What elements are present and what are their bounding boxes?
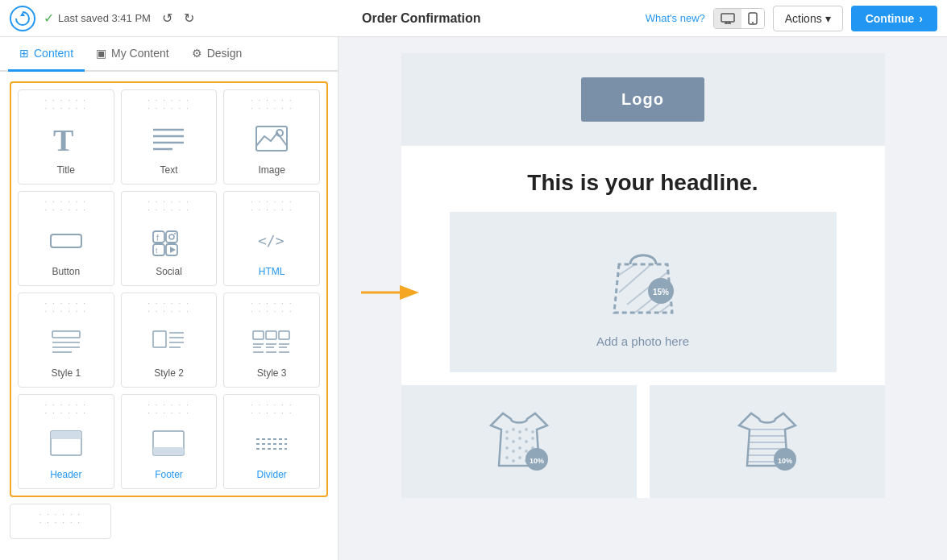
block-html[interactable]: · · · · · ·· · · · · · </> HTML xyxy=(223,191,320,286)
svg-point-68 xyxy=(505,437,509,440)
undo-redo-group: ↺ ↻ xyxy=(159,7,197,29)
svg-point-73 xyxy=(505,446,509,450)
svg-text:10%: 10% xyxy=(529,457,543,465)
html-icon: </> xyxy=(247,221,296,261)
photo-section-wrapper: 15% Add a photo here xyxy=(426,212,861,372)
svg-point-66 xyxy=(525,428,528,431)
left-panel: ⊞ Content ▣ My Content ⚙ Design · · · · … xyxy=(0,37,339,560)
block-text-label: Text xyxy=(160,164,177,176)
block-header[interactable]: · · · · · ·· · · · · · Header xyxy=(18,394,114,489)
svg-point-0 xyxy=(10,6,35,31)
tab-content-label: Content xyxy=(34,47,73,60)
style2-icon xyxy=(144,322,193,363)
drag-handle: · · · · · ·· · · · · · xyxy=(147,300,190,316)
block-style2-label: Style 2 xyxy=(154,367,184,379)
photo-label: Add a photo here xyxy=(596,334,689,348)
block-style3[interactable]: · · · · · ·· · · · · · xyxy=(223,292,320,388)
svg-point-19 xyxy=(174,233,176,234)
svg-point-64 xyxy=(512,428,515,431)
svg-rect-35 xyxy=(266,331,276,339)
drag-handle: · · · · · ·· · · · · · xyxy=(45,97,88,113)
content-grid: · · · · · ·· · · · · · T Title · · · · ·… xyxy=(0,72,338,560)
undo-button[interactable]: ↺ xyxy=(159,7,176,29)
block-style1-label: Style 1 xyxy=(51,367,81,379)
svg-text:t: t xyxy=(156,247,158,255)
grid-icon: ⊞ xyxy=(19,47,29,60)
svg-text:f: f xyxy=(156,234,159,243)
block-footer-label: Footer xyxy=(155,469,183,480)
block-divider[interactable]: · · · · · ·· · · · · · Divider xyxy=(223,394,320,489)
view-toggle xyxy=(713,8,765,29)
svg-point-6 xyxy=(752,22,754,23)
block-image-label: Image xyxy=(258,164,285,176)
block-social[interactable]: · · · · · ·· · · · · · f xyxy=(121,191,218,286)
block-divider-label: Divider xyxy=(256,469,286,480)
svg-text:15%: 15% xyxy=(652,288,668,297)
header-icon xyxy=(42,424,90,464)
actions-label: Actions xyxy=(785,12,822,25)
tab-my-content-label: My Content xyxy=(111,47,169,60)
title-icon: T xyxy=(42,119,90,160)
svg-point-71 xyxy=(525,440,528,443)
desktop-view-button[interactable] xyxy=(714,9,741,28)
svg-point-74 xyxy=(512,450,515,453)
block-image[interactable]: · · · · · ·· · · · · · Image xyxy=(223,89,320,185)
drag-handle: · · · · · ·· · · · · · xyxy=(147,97,190,113)
drag-handle: · · · · · ·· · · · · · xyxy=(45,198,88,214)
drag-handle: · · · · · ·· · · · · · xyxy=(39,511,81,527)
svg-point-80 xyxy=(518,456,521,459)
svg-point-79 xyxy=(512,459,515,463)
image-icon xyxy=(247,119,296,160)
style3-icon xyxy=(247,322,296,363)
redo-button[interactable]: ↻ xyxy=(181,7,197,29)
drag-handle: · · · · · ·· · · · · · xyxy=(147,401,190,417)
block-text[interactable]: · · · · · ·· · · · · · Text xyxy=(121,89,218,185)
drag-handle: · · · · · ·· · · · · · xyxy=(251,198,293,214)
tab-my-content[interactable]: ▣ My Content xyxy=(85,37,181,72)
drag-handle: · · · · · ·· · · · · · xyxy=(45,401,88,417)
svg-rect-15 xyxy=(153,231,164,243)
svg-point-67 xyxy=(531,430,534,433)
block-footer[interactable]: · · · · · ·· · · · · · Footer xyxy=(121,394,218,489)
grid-outer-border: · · · · · ·· · · · · · T Title · · · · ·… xyxy=(10,81,328,497)
block-button[interactable]: · · · · · ·· · · · · · Button xyxy=(18,191,114,286)
drag-handle: · · · · · ·· · · · · · xyxy=(251,401,293,417)
email-container: Logo This is your headline. xyxy=(401,53,885,498)
footer-icon xyxy=(144,424,193,464)
tab-design-label: Design xyxy=(207,47,243,60)
logo-section: Logo xyxy=(401,53,885,146)
drag-handle: · · · · · ·· · · · · · xyxy=(147,198,190,214)
block-social-label: Social xyxy=(156,266,182,277)
app-logo xyxy=(10,6,35,31)
arrow-right-icon: › xyxy=(919,12,923,25)
tab-design[interactable]: ⚙ Design xyxy=(181,37,254,72)
actions-button[interactable]: Actions ▾ xyxy=(773,6,843,31)
document-title: Order Confirmation xyxy=(362,11,481,26)
block-extra-partial[interactable]: · · · · · ·· · · · · · xyxy=(10,504,111,539)
arrow-indicator xyxy=(361,280,422,305)
svg-rect-29 xyxy=(153,331,166,347)
divider-icon xyxy=(247,424,296,464)
block-style2[interactable]: · · · · · ·· · · · · · Style 2 xyxy=(121,292,218,388)
drag-handle: · · · · · ·· · · · · · xyxy=(251,300,293,316)
svg-rect-49 xyxy=(153,447,184,455)
product-tshirt-2: 10% xyxy=(735,401,800,482)
svg-rect-14 xyxy=(51,234,81,247)
block-header-label: Header xyxy=(50,469,81,480)
block-title[interactable]: · · · · · ·· · · · · · T Title xyxy=(18,89,114,185)
mobile-view-button[interactable] xyxy=(741,9,764,28)
svg-text:</>: </> xyxy=(258,232,285,249)
check-icon: ✓ xyxy=(44,10,54,26)
whats-new-link[interactable]: What's new? xyxy=(646,12,705,24)
product-item-1: 10% xyxy=(401,385,637,498)
tab-content[interactable]: ⊞ Content xyxy=(8,37,85,72)
product-item-2: 10% xyxy=(650,385,885,498)
svg-rect-34 xyxy=(253,331,264,339)
continue-button[interactable]: Continue › xyxy=(851,6,937,31)
style1-icon xyxy=(42,322,90,363)
blocks-grid: · · · · · ·· · · · · · T Title · · · · ·… xyxy=(18,89,320,489)
text-icon xyxy=(144,119,193,160)
svg-point-75 xyxy=(518,446,521,450)
svg-point-70 xyxy=(518,437,521,440)
block-style1[interactable]: · · · · · ·· · · · · · Style 1 xyxy=(18,292,114,388)
